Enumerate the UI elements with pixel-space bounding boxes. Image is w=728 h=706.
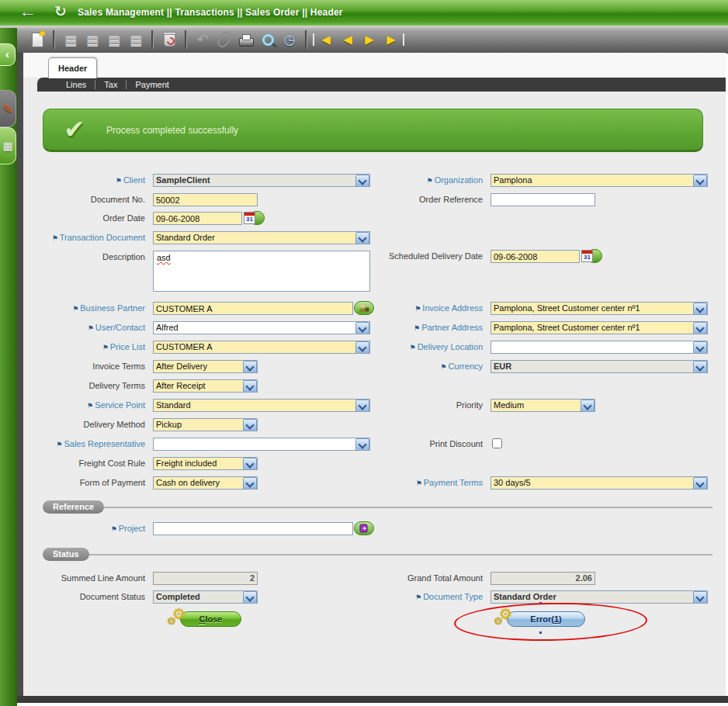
business-partner-label: Business Partner	[80, 303, 145, 313]
error-button[interactable]: ⚙⚙ Error(1)	[507, 611, 585, 627]
description-textarea[interactable]: asd	[153, 251, 370, 292]
success-message-text: Process completed successfully	[106, 125, 238, 136]
freight-cost-rule-select[interactable]: Freight included	[153, 457, 258, 470]
order-date-input[interactable]	[153, 212, 242, 225]
checkmark-icon: ✔	[64, 114, 85, 144]
invoice-address-label: Invoice Address	[422, 303, 483, 313]
tab-lines[interactable]: Lines	[57, 78, 95, 92]
priority-label: Priority	[366, 399, 483, 412]
summed-line-amount-label: Summed Line Amount	[29, 572, 145, 585]
search-icon[interactable]	[258, 30, 277, 49]
price-list-select[interactable]: CUSTOMER A	[153, 341, 370, 354]
back-arrow-icon[interactable]: ←	[19, 1, 36, 22]
client-select[interactable]: SampleClient	[153, 174, 370, 187]
breadcrumb-title: Sales Management || Transactions || Sale…	[78, 7, 343, 18]
form-of-payment-select[interactable]: Cash on delivery	[153, 476, 258, 490]
scheduled-delivery-date-input[interactable]	[491, 250, 580, 263]
link-icon: ⚑	[410, 344, 416, 351]
toolbar: ✱ ▤ ▤ ▤ ▤ ↶ ◷ ◀ ◀ ▶ ▶	[0, 26, 728, 54]
print-discount-label: Print Discount	[366, 438, 483, 451]
chevron-down-icon	[243, 361, 257, 373]
link-icon: ⚑	[72, 305, 78, 313]
go-last-icon[interactable]: ▶	[382, 30, 400, 49]
audit-icon[interactable]: ◷	[280, 30, 299, 49]
order-reference-label: Order Reference	[366, 193, 483, 206]
edit-mode-tab[interactable]: ✎	[0, 90, 16, 127]
attachment-icon[interactable]	[215, 30, 234, 49]
go-first-icon[interactable]: ◀	[317, 30, 335, 49]
go-previous-icon[interactable]: ◀	[338, 30, 357, 49]
user-contact-select[interactable]: Alfred	[153, 321, 370, 334]
client-label: Client	[123, 175, 145, 185]
partner-address-label: Partner Address	[421, 323, 483, 332]
project-input[interactable]	[153, 522, 353, 535]
payment-terms-select[interactable]: 30 days/5	[491, 476, 708, 490]
link-icon: ⚑	[416, 479, 422, 487]
link-icon: ⚑	[102, 344, 109, 351]
chevron-down-icon	[693, 303, 707, 315]
tab-header[interactable]: Header	[48, 57, 97, 78]
grand-total-amount-label: Grand Total Amount	[366, 572, 483, 585]
service-point-label: Service Point	[95, 400, 145, 410]
chevron-down-icon	[243, 419, 257, 431]
refresh-icon[interactable]: ↻	[54, 2, 67, 20]
close-button[interactable]: ⚙⚙ Close	[180, 611, 241, 627]
document-no-input[interactable]	[153, 193, 258, 206]
delivery-location-select[interactable]	[491, 341, 708, 354]
service-point-select[interactable]: Standard	[153, 399, 370, 412]
title-bar: ← ↻ Sales Management || Transactions || …	[0, 0, 728, 26]
delivery-method-label: Delivery Method	[29, 418, 145, 431]
user-contact-label: User/Contact	[95, 323, 145, 332]
subtab-bar: Lines Tax Payment	[37, 78, 726, 92]
print-discount-checkbox[interactable]	[492, 438, 502, 448]
go-next-icon[interactable]: ▶	[360, 30, 379, 49]
tab-tax[interactable]: Tax	[95, 78, 126, 92]
grid-icon: ▦	[2, 140, 12, 152]
transaction-document-select[interactable]: Standard Order	[153, 231, 370, 244]
link-icon: ⚑	[116, 177, 122, 185]
partner-address-select[interactable]: Pamplona, Street Customer center nº1	[491, 321, 708, 334]
star-icon: ✱	[39, 29, 46, 39]
order-reference-input[interactable]	[491, 193, 595, 206]
priority-select[interactable]: Medium	[491, 399, 595, 412]
tab-payment[interactable]: Payment	[127, 78, 177, 92]
chevron-down-icon	[243, 591, 257, 604]
organization-label: Organization	[435, 175, 483, 185]
delivery-terms-select[interactable]: After Receipt	[153, 379, 258, 393]
invoice-address-select[interactable]: Pamplona, Street Customer center nº1	[491, 302, 708, 315]
section-status: Status	[43, 548, 89, 561]
chevron-down-icon	[243, 380, 257, 393]
currency-select[interactable]: EUR	[491, 360, 708, 373]
order-date-calendar-icon[interactable]: 31	[244, 211, 265, 226]
print-icon[interactable]	[237, 30, 255, 49]
chevron-down-icon	[355, 232, 369, 244]
chevron-down-icon	[693, 361, 707, 373]
payment-terms-label: Payment Terms	[424, 478, 483, 487]
new-record-icon[interactable]: ✱	[28, 30, 47, 49]
document-type-label: Document Type	[423, 592, 483, 601]
sales-representative-select[interactable]	[153, 438, 370, 451]
business-partner-input[interactable]	[153, 302, 353, 315]
summed-line-amount-field: 2	[153, 572, 258, 585]
link-icon: ⚑	[52, 234, 58, 242]
document-status-select[interactable]: Completed	[153, 590, 258, 604]
document-type-select[interactable]: Standard Order	[491, 590, 708, 604]
transaction-document-label: Transaction Document	[60, 233, 145, 242]
chevron-down-icon	[693, 322, 707, 334]
delete-icon[interactable]	[160, 30, 179, 49]
link-icon: ⚑	[87, 402, 93, 410]
delivery-terms-label: Delivery Terms	[29, 379, 145, 393]
project-search-icon[interactable]	[354, 521, 375, 536]
grid-view-tab[interactable]: ▦	[0, 127, 16, 164]
bottom-frame	[17, 696, 728, 703]
save-and-back-icon: ▤	[61, 30, 80, 49]
save-icon: ▤	[105, 30, 123, 49]
scheduled-delivery-date-calendar-icon[interactable]: 31	[581, 249, 603, 264]
collapse-menu-button[interactable]: ‹	[0, 43, 16, 66]
invoice-terms-select[interactable]: After Delivery	[153, 360, 258, 373]
form-of-payment-label: Form of Payment	[29, 476, 145, 490]
chevron-down-icon	[243, 458, 257, 470]
organization-select[interactable]: Pamplona	[491, 174, 708, 187]
pencil-icon: ✎	[2, 102, 12, 116]
delivery-method-select[interactable]: Pickup	[153, 418, 258, 431]
